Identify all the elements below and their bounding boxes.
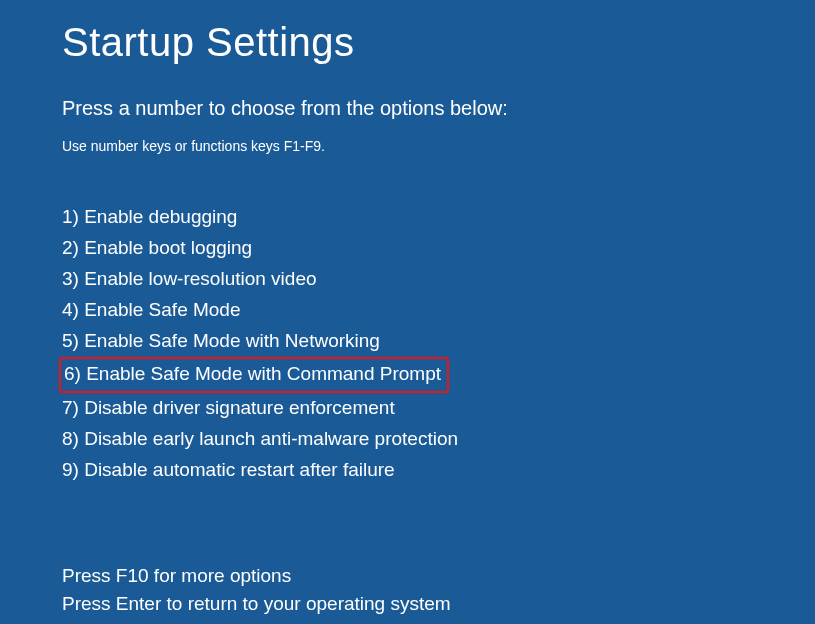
option-item-8[interactable]: 8) Disable early launch anti-malware pro… [62, 424, 458, 454]
option-row-2[interactable]: 2) Enable boot logging [62, 233, 815, 264]
option-item-5[interactable]: 5) Enable Safe Mode with Networking [62, 326, 380, 356]
option-row-4[interactable]: 4) Enable Safe Mode [62, 295, 815, 326]
instruction-text: Press a number to choose from the option… [62, 97, 815, 120]
option-row-3[interactable]: 3) Enable low-resolution video [62, 264, 815, 295]
footer-return: Press Enter to return to your operating … [62, 590, 451, 618]
option-item-7[interactable]: 7) Disable driver signature enforcement [62, 393, 395, 423]
option-row-6[interactable]: 6) Enable Safe Mode with Command Prompt [62, 357, 815, 393]
option-row-9[interactable]: 9) Disable automatic restart after failu… [62, 455, 815, 486]
option-item-2[interactable]: 2) Enable boot logging [62, 233, 252, 263]
option-item-3[interactable]: 3) Enable low-resolution video [62, 264, 317, 294]
page-title: Startup Settings [62, 20, 815, 65]
hint-text: Use number keys or functions keys F1-F9. [62, 138, 815, 154]
footer: Press F10 for more options Press Enter t… [62, 562, 451, 618]
option-item-1[interactable]: 1) Enable debugging [62, 202, 237, 232]
option-item-6[interactable]: 6) Enable Safe Mode with Command Prompt [59, 357, 449, 393]
option-row-5[interactable]: 5) Enable Safe Mode with Networking [62, 326, 815, 357]
footer-more-options: Press F10 for more options [62, 562, 451, 590]
option-item-4[interactable]: 4) Enable Safe Mode [62, 295, 241, 325]
option-row-1[interactable]: 1) Enable debugging [62, 202, 815, 233]
option-row-8[interactable]: 8) Disable early launch anti-malware pro… [62, 424, 815, 455]
option-item-9[interactable]: 9) Disable automatic restart after failu… [62, 455, 395, 485]
startup-options-list: 1) Enable debugging2) Enable boot loggin… [62, 202, 815, 486]
option-row-7[interactable]: 7) Disable driver signature enforcement [62, 393, 815, 424]
